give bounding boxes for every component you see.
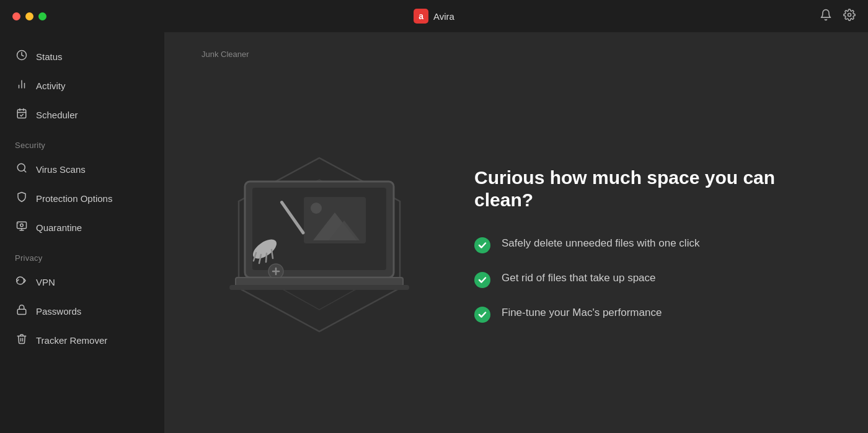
- sidebar: Status Activity: [0, 32, 164, 433]
- svg-rect-16: [17, 309, 26, 314]
- avira-logo: a: [414, 9, 428, 24]
- check-icon-1: [474, 237, 490, 253]
- svg-rect-35: [229, 285, 409, 290]
- sidebar-item-vpn[interactable]: VPN: [0, 268, 164, 297]
- check-icon-2: [474, 272, 490, 288]
- content-right: Curious how much space you can clean? Sa…: [474, 167, 831, 323]
- breadcrumb: Junk Cleaner: [202, 50, 831, 59]
- window-controls: [12, 12, 46, 20]
- sidebar-item-scheduler[interactable]: Scheduler: [0, 100, 164, 129]
- laptop-svg: [226, 172, 412, 315]
- sidebar-label-quarantine: Quarantine: [36, 222, 82, 233]
- status-icon: [15, 50, 29, 64]
- feature-item-2: Get rid of files that take up space: [474, 271, 831, 288]
- content-title: Curious how much space you can clean?: [474, 167, 831, 211]
- feature-item-1: Safely delete unneeded files with one cl…: [474, 236, 831, 253]
- activity-icon: [15, 79, 29, 93]
- content-body: Curious how much space you can clean? Sa…: [202, 81, 831, 408]
- svg-rect-5: [17, 110, 26, 118]
- sidebar-label-virus-scans: Virus Scans: [36, 164, 86, 175]
- scheduler-icon: [15, 108, 29, 122]
- feature-text-3: Fine-tune your Mac's performance: [502, 305, 662, 320]
- svg-line-10: [24, 170, 25, 172]
- security-section-label: Security: [0, 129, 164, 155]
- sidebar-item-activity[interactable]: Activity: [0, 71, 164, 100]
- main-layout: Status Activity: [0, 32, 868, 433]
- svg-point-14: [20, 224, 24, 227]
- quarantine-icon: [15, 221, 29, 235]
- sidebar-item-status[interactable]: Status: [0, 42, 164, 71]
- sidebar-label-vpn: VPN: [36, 277, 55, 287]
- svg-point-24: [311, 203, 322, 214]
- sidebar-label-passwords: Passwords: [36, 306, 81, 317]
- titlebar-actions: [820, 9, 856, 24]
- feature-list: Safely delete unneeded files with one cl…: [474, 236, 831, 323]
- sidebar-label-status: Status: [36, 51, 63, 62]
- titlebar-center: a Avira: [414, 9, 454, 24]
- feature-item-3: Fine-tune your Mac's performance: [474, 305, 831, 323]
- virus-scans-icon: [15, 162, 29, 177]
- maximize-button[interactable]: [38, 12, 46, 20]
- sidebar-item-passwords[interactable]: Passwords: [0, 297, 164, 326]
- svg-line-29: [266, 253, 267, 262]
- privacy-section-label: Privacy: [0, 242, 164, 268]
- sidebar-label-protection-options: Protection Options: [36, 193, 112, 204]
- main-content: Junk Cleaner: [164, 32, 868, 433]
- sidebar-label-tracker-remover: Tracker Remover: [36, 335, 107, 346]
- passwords-icon: [15, 304, 29, 318]
- close-button[interactable]: [12, 12, 20, 20]
- sidebar-label-scheduler: Scheduler: [36, 110, 78, 120]
- tracker-remover-icon: [15, 333, 29, 348]
- sidebar-item-protection-options[interactable]: Protection Options: [0, 184, 164, 213]
- minimize-button[interactable]: [25, 12, 33, 20]
- feature-text-1: Safely delete unneeded files with one cl…: [502, 236, 699, 251]
- feature-text-2: Get rid of files that take up space: [502, 271, 656, 286]
- sidebar-item-virus-scans[interactable]: Virus Scans: [0, 155, 164, 184]
- svg-point-0: [848, 13, 851, 16]
- laptop-illustration: [226, 172, 412, 317]
- settings-icon[interactable]: [843, 9, 856, 24]
- sidebar-item-quarantine[interactable]: Quarantine: [0, 213, 164, 242]
- vpn-icon: [15, 275, 29, 289]
- protection-options-icon: [15, 191, 29, 206]
- sidebar-label-activity: Activity: [36, 81, 66, 91]
- svg-rect-34: [236, 278, 403, 286]
- check-icon-3: [474, 307, 490, 323]
- notification-icon[interactable]: [820, 9, 832, 24]
- svg-rect-11: [17, 222, 27, 229]
- illustration-area: [202, 139, 437, 350]
- app-title: Avira: [433, 11, 454, 22]
- titlebar: a Avira: [0, 0, 868, 32]
- sidebar-item-tracker-remover[interactable]: Tracker Remover: [0, 326, 164, 355]
